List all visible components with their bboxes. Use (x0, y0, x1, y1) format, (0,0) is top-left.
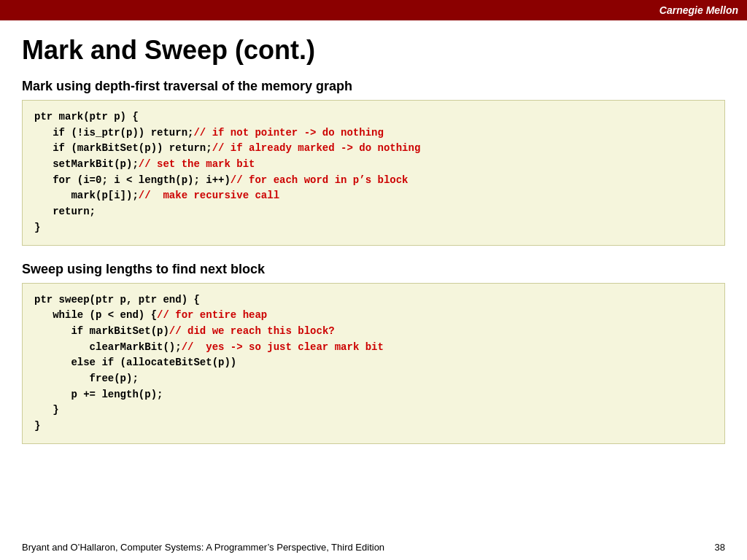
code-black-text: for (i=0; i < length(p); i++) (34, 173, 231, 189)
table-row: while (p < end) { // for entire heap (34, 308, 713, 324)
code-black-text: mark(p[i]); (34, 188, 139, 204)
code-black-text: } (34, 419, 40, 435)
table-row: free(p); (34, 371, 713, 387)
table-row: ptr mark(ptr p) { (34, 109, 713, 125)
code-black-text: ptr sweep(ptr p, ptr end) { (34, 292, 200, 308)
table-row: } (34, 402, 713, 419)
code-red-comment: // for each word in p’s block (231, 173, 409, 189)
table-row: setMarkBit(p); // set the mark bit (34, 157, 713, 173)
mark-code-block: ptr mark(ptr p) { if (!is_ptr(p)) return… (22, 100, 725, 246)
code-red-comment: // if already marked -> do nothing (212, 141, 421, 157)
code-black-text: clearMarkBit(); (34, 340, 182, 356)
page-title: Mark and Sweep (cont.) (22, 35, 725, 66)
code-black-text: if markBitSet(p) (34, 324, 169, 340)
sweep-section: Sweep using lengths to find next block p… (22, 262, 725, 444)
code-black-text: ptr mark(ptr p) { (34, 109, 139, 125)
table-row: } (34, 419, 713, 435)
code-red-comment: // if not pointer -> do nothing (193, 125, 383, 141)
table-row: else if (allocateBitSet(p)) (34, 355, 713, 371)
table-row: } (34, 220, 713, 236)
main-content: Mark and Sweep (cont.) Mark using depth-… (0, 20, 747, 467)
sweep-section-heading: Sweep using lengths to find next block (22, 262, 725, 277)
code-black-text: return; (34, 204, 96, 220)
mark-section-heading: Mark using depth-first traversal of the … (22, 79, 725, 94)
code-red-comment: // yes -> so just clear mark bit (182, 340, 384, 356)
code-black-text: if (!is_ptr(p)) return; (34, 125, 193, 141)
table-row: if markBitSet(p) // did we reach this bl… (34, 324, 713, 340)
code-black-text: } (34, 220, 40, 236)
sweep-code-block: ptr sweep(ptr p, ptr end) { while (p < e… (22, 283, 725, 444)
footer-left: Bryant and O’Hallaron, Computer Systems:… (22, 542, 384, 553)
table-row: if (markBitSet(p)) return; // if already… (34, 141, 713, 157)
code-black-text: if (markBitSet(p)) return; (34, 141, 212, 157)
code-red-comment: // set the mark bit (139, 157, 255, 173)
top-bar: Carnegie Mellon (0, 0, 747, 20)
code-red-comment: // make recursive call (139, 188, 279, 204)
footer-right: 38 (715, 542, 725, 553)
code-black-text: free(p); (34, 371, 139, 387)
code-black-text: p += length(p); (34, 387, 163, 403)
footer: Bryant and O’Hallaron, Computer Systems:… (0, 542, 747, 553)
code-black-text: } (34, 402, 59, 419)
code-red-comment: // for entire heap (157, 308, 267, 324)
code-red-comment: // did we reach this block? (169, 324, 335, 340)
code-black-text: setMarkBit(p); (34, 157, 139, 173)
code-black-text: while (p < end) { (34, 308, 157, 324)
table-row: return; (34, 204, 713, 220)
table-row: clearMarkBit(); // yes -> so just clear … (34, 340, 713, 356)
brand-label: Carnegie Mellon (659, 4, 738, 16)
mark-section: Mark using depth-first traversal of the … (22, 79, 725, 246)
table-row: ptr sweep(ptr p, ptr end) { (34, 292, 713, 308)
table-row: mark(p[i]); // make recursive call (34, 188, 713, 204)
table-row: for (i=0; i < length(p); i++) // for eac… (34, 173, 713, 189)
table-row: if (!is_ptr(p)) return; // if not pointe… (34, 125, 713, 141)
table-row: p += length(p); (34, 387, 713, 403)
code-black-text: else if (allocateBitSet(p)) (34, 355, 236, 371)
